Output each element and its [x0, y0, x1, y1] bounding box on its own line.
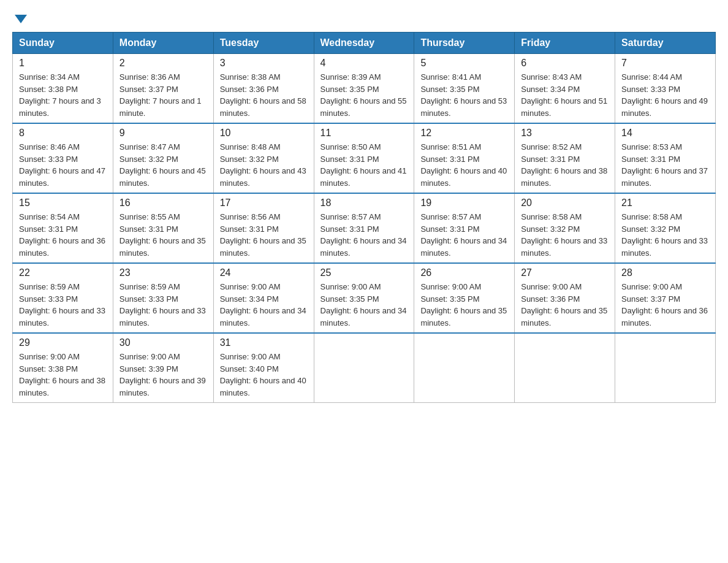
day-info: Sunrise: 8:48 AM Sunset: 3:32 PM Dayligh…	[220, 141, 308, 189]
weekday-header-wednesday: Wednesday	[314, 33, 414, 54]
calendar-day-cell: 4 Sunrise: 8:39 AM Sunset: 3:35 PM Dayli…	[314, 54, 414, 124]
calendar-week-row: 8 Sunrise: 8:46 AM Sunset: 3:33 PM Dayli…	[13, 123, 716, 193]
calendar-day-cell: 14 Sunrise: 8:53 AM Sunset: 3:31 PM Dayl…	[615, 123, 716, 193]
calendar-day-cell: 1 Sunrise: 8:34 AM Sunset: 3:38 PM Dayli…	[13, 54, 113, 124]
calendar-week-row: 22 Sunrise: 8:59 AM Sunset: 3:33 PM Dayl…	[13, 263, 716, 333]
calendar-week-row: 29 Sunrise: 9:00 AM Sunset: 3:38 PM Dayl…	[13, 333, 716, 403]
day-info: Sunrise: 9:00 AM Sunset: 3:40 PM Dayligh…	[220, 351, 308, 399]
day-number: 24	[220, 267, 308, 278]
day-info: Sunrise: 9:00 AM Sunset: 3:37 PM Dayligh…	[621, 281, 709, 329]
calendar-day-cell: 16 Sunrise: 8:55 AM Sunset: 3:31 PM Dayl…	[113, 193, 213, 263]
day-info: Sunrise: 8:58 AM Sunset: 3:32 PM Dayligh…	[621, 211, 709, 259]
day-info: Sunrise: 8:47 AM Sunset: 3:32 PM Dayligh…	[119, 141, 207, 189]
weekday-header-friday: Friday	[515, 33, 615, 54]
day-info: Sunrise: 9:00 AM Sunset: 3:35 PM Dayligh…	[420, 281, 508, 329]
day-number: 10	[220, 128, 308, 139]
day-info: Sunrise: 8:59 AM Sunset: 3:33 PM Dayligh…	[19, 281, 107, 329]
day-info: Sunrise: 8:58 AM Sunset: 3:32 PM Dayligh…	[521, 211, 609, 259]
calendar-day-cell: 28 Sunrise: 9:00 AM Sunset: 3:37 PM Dayl…	[615, 263, 716, 333]
day-number: 6	[521, 58, 609, 69]
day-number: 30	[119, 337, 207, 348]
day-info: Sunrise: 8:34 AM Sunset: 3:38 PM Dayligh…	[19, 71, 107, 119]
calendar-day-cell: 2 Sunrise: 8:36 AM Sunset: 3:37 PM Dayli…	[113, 54, 213, 124]
day-number: 9	[119, 128, 207, 139]
calendar-day-cell	[414, 333, 515, 403]
day-number: 1	[19, 58, 107, 69]
calendar-day-cell: 10 Sunrise: 8:48 AM Sunset: 3:32 PM Dayl…	[213, 123, 314, 193]
day-number: 5	[420, 58, 508, 69]
calendar-day-cell: 29 Sunrise: 9:00 AM Sunset: 3:38 PM Dayl…	[13, 333, 113, 403]
day-info: Sunrise: 8:39 AM Sunset: 3:35 PM Dayligh…	[320, 71, 408, 119]
day-info: Sunrise: 8:41 AM Sunset: 3:35 PM Dayligh…	[420, 71, 508, 119]
day-number: 18	[320, 197, 408, 209]
calendar-day-cell: 26 Sunrise: 9:00 AM Sunset: 3:35 PM Dayl…	[414, 263, 515, 333]
calendar-day-cell: 21 Sunrise: 8:58 AM Sunset: 3:32 PM Dayl…	[615, 193, 716, 263]
weekday-header-saturday: Saturday	[615, 33, 716, 54]
weekday-header-row: SundayMondayTuesdayWednesdayThursdayFrid…	[13, 33, 716, 54]
day-number: 27	[521, 267, 609, 278]
day-number: 8	[19, 128, 107, 139]
day-number: 3	[220, 58, 308, 69]
day-info: Sunrise: 8:57 AM Sunset: 3:31 PM Dayligh…	[320, 211, 408, 259]
day-number: 29	[19, 337, 107, 348]
calendar-day-cell: 18 Sunrise: 8:57 AM Sunset: 3:31 PM Dayl…	[314, 193, 414, 263]
day-number: 4	[320, 58, 408, 69]
calendar-day-cell: 6 Sunrise: 8:43 AM Sunset: 3:34 PM Dayli…	[515, 54, 615, 124]
day-number: 13	[521, 128, 609, 139]
day-info: Sunrise: 8:52 AM Sunset: 3:31 PM Dayligh…	[521, 141, 609, 189]
calendar-day-cell: 22 Sunrise: 8:59 AM Sunset: 3:33 PM Dayl…	[13, 263, 113, 333]
calendar-day-cell: 8 Sunrise: 8:46 AM Sunset: 3:33 PM Dayli…	[13, 123, 113, 193]
calendar-day-cell	[615, 333, 716, 403]
calendar-day-cell: 19 Sunrise: 8:57 AM Sunset: 3:31 PM Dayl…	[414, 193, 515, 263]
day-info: Sunrise: 8:57 AM Sunset: 3:31 PM Dayligh…	[420, 211, 508, 259]
day-info: Sunrise: 9:00 AM Sunset: 3:34 PM Dayligh…	[220, 281, 308, 329]
calendar-day-cell: 23 Sunrise: 8:59 AM Sunset: 3:33 PM Dayl…	[113, 263, 213, 333]
day-info: Sunrise: 8:38 AM Sunset: 3:36 PM Dayligh…	[220, 71, 308, 119]
logo	[12, 12, 27, 22]
calendar-day-cell: 25 Sunrise: 9:00 AM Sunset: 3:35 PM Dayl…	[314, 263, 414, 333]
calendar-day-cell: 31 Sunrise: 9:00 AM Sunset: 3:40 PM Dayl…	[213, 333, 314, 403]
day-info: Sunrise: 8:36 AM Sunset: 3:37 PM Dayligh…	[119, 71, 207, 119]
day-info: Sunrise: 8:43 AM Sunset: 3:34 PM Dayligh…	[521, 71, 609, 119]
calendar-day-cell: 20 Sunrise: 8:58 AM Sunset: 3:32 PM Dayl…	[515, 193, 615, 263]
day-info: Sunrise: 8:59 AM Sunset: 3:33 PM Dayligh…	[119, 281, 207, 329]
calendar-week-row: 1 Sunrise: 8:34 AM Sunset: 3:38 PM Dayli…	[13, 54, 716, 124]
day-number: 26	[420, 267, 508, 278]
day-number: 12	[420, 128, 508, 139]
day-number: 16	[119, 197, 207, 209]
day-info: Sunrise: 9:00 AM Sunset: 3:38 PM Dayligh…	[19, 351, 107, 399]
calendar-day-cell: 9 Sunrise: 8:47 AM Sunset: 3:32 PM Dayli…	[113, 123, 213, 193]
day-number: 2	[119, 58, 207, 69]
calendar-day-cell: 12 Sunrise: 8:51 AM Sunset: 3:31 PM Dayl…	[414, 123, 515, 193]
day-info: Sunrise: 8:53 AM Sunset: 3:31 PM Dayligh…	[621, 141, 709, 189]
day-info: Sunrise: 8:46 AM Sunset: 3:33 PM Dayligh…	[19, 141, 107, 189]
day-number: 17	[220, 197, 308, 209]
calendar-day-cell: 24 Sunrise: 9:00 AM Sunset: 3:34 PM Dayl…	[213, 263, 314, 333]
calendar-day-cell: 7 Sunrise: 8:44 AM Sunset: 3:33 PM Dayli…	[615, 54, 716, 124]
weekday-header-thursday: Thursday	[414, 33, 515, 54]
calendar-day-cell	[515, 333, 615, 403]
calendar-day-cell: 30 Sunrise: 9:00 AM Sunset: 3:39 PM Dayl…	[113, 333, 213, 403]
calendar-day-cell: 13 Sunrise: 8:52 AM Sunset: 3:31 PM Dayl…	[515, 123, 615, 193]
weekday-header-monday: Monday	[113, 33, 213, 54]
day-info: Sunrise: 8:50 AM Sunset: 3:31 PM Dayligh…	[320, 141, 408, 189]
calendar-day-cell	[314, 333, 414, 403]
day-number: 11	[320, 128, 408, 139]
calendar-day-cell: 11 Sunrise: 8:50 AM Sunset: 3:31 PM Dayl…	[314, 123, 414, 193]
calendar-week-row: 15 Sunrise: 8:54 AM Sunset: 3:31 PM Dayl…	[13, 193, 716, 263]
day-info: Sunrise: 8:54 AM Sunset: 3:31 PM Dayligh…	[19, 211, 107, 259]
day-number: 31	[220, 337, 308, 348]
calendar-day-cell: 15 Sunrise: 8:54 AM Sunset: 3:31 PM Dayl…	[13, 193, 113, 263]
day-number: 20	[521, 197, 609, 209]
day-number: 14	[621, 128, 709, 139]
calendar-table: SundayMondayTuesdayWednesdayThursdayFrid…	[12, 32, 716, 403]
day-info: Sunrise: 8:56 AM Sunset: 3:31 PM Dayligh…	[220, 211, 308, 259]
day-number: 28	[621, 267, 709, 278]
weekday-header-sunday: Sunday	[13, 33, 113, 54]
day-info: Sunrise: 9:00 AM Sunset: 3:35 PM Dayligh…	[320, 281, 408, 329]
day-info: Sunrise: 9:00 AM Sunset: 3:39 PM Dayligh…	[119, 351, 207, 399]
day-number: 19	[420, 197, 508, 209]
weekday-header-tuesday: Tuesday	[213, 33, 314, 54]
day-number: 21	[621, 197, 709, 209]
day-number: 15	[19, 197, 107, 209]
